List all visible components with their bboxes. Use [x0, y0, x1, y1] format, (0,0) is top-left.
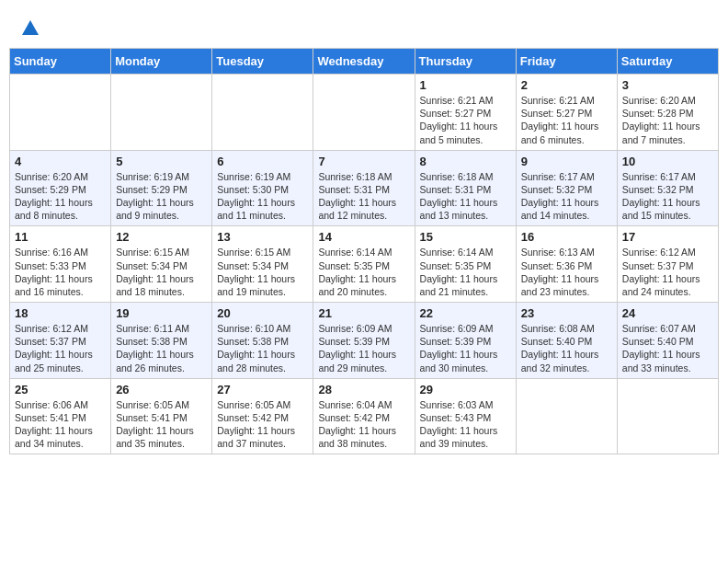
day-info: Sunrise: 6:20 AM Sunset: 5:29 PM Dayligh… — [15, 170, 106, 223]
day-info: Sunrise: 6:13 AM Sunset: 5:36 PM Dayligh… — [521, 246, 612, 298]
day-cell: 5Sunrise: 6:19 AM Sunset: 5:29 PM Daylig… — [111, 150, 212, 226]
day-number: 24 — [622, 306, 713, 320]
day-number: 19 — [116, 306, 207, 320]
day-cell: 2Sunrise: 6:21 AM Sunset: 5:27 PM Daylig… — [516, 75, 617, 151]
day-number: 22 — [420, 306, 511, 320]
day-info: Sunrise: 6:18 AM Sunset: 5:31 PM Dayligh… — [318, 170, 409, 223]
day-cell: 12Sunrise: 6:15 AM Sunset: 5:34 PM Dayli… — [111, 226, 212, 303]
day-cell: 25Sunrise: 6:06 AM Sunset: 5:41 PM Dayli… — [10, 378, 111, 454]
day-cell — [617, 378, 718, 454]
header — [9, 9, 719, 43]
day-cell: 28Sunrise: 6:04 AM Sunset: 5:42 PM Dayli… — [313, 378, 415, 454]
day-number: 23 — [521, 306, 612, 320]
day-info: Sunrise: 6:09 AM Sunset: 5:39 PM Dayligh… — [420, 322, 511, 374]
day-number: 3 — [622, 78, 713, 92]
day-info: Sunrise: 6:12 AM Sunset: 5:37 PM Dayligh… — [622, 246, 713, 298]
weekday-header-saturday: Saturday — [617, 49, 718, 75]
day-number: 8 — [420, 155, 511, 168]
day-cell: 27Sunrise: 6:05 AM Sunset: 5:42 PM Dayli… — [212, 378, 313, 454]
day-cell — [212, 75, 313, 151]
day-number: 29 — [420, 383, 511, 396]
day-cell: 8Sunrise: 6:18 AM Sunset: 5:31 PM Daylig… — [415, 150, 516, 226]
day-number: 6 — [217, 155, 308, 168]
day-info: Sunrise: 6:12 AM Sunset: 5:37 PM Dayligh… — [15, 322, 106, 374]
day-cell: 18Sunrise: 6:12 AM Sunset: 5:37 PM Dayli… — [10, 303, 111, 379]
weekday-header-monday: Monday — [111, 49, 212, 75]
weekday-header-sunday: Sunday — [10, 49, 111, 75]
day-info: Sunrise: 6:04 AM Sunset: 5:42 PM Dayligh… — [318, 398, 409, 451]
day-info: Sunrise: 6:17 AM Sunset: 5:32 PM Dayligh… — [521, 170, 612, 223]
day-cell — [516, 378, 617, 454]
day-cell: 17Sunrise: 6:12 AM Sunset: 5:37 PM Dayli… — [617, 226, 718, 303]
day-info: Sunrise: 6:17 AM Sunset: 5:32 PM Dayligh… — [622, 170, 713, 223]
day-number: 4 — [15, 155, 106, 168]
day-cell: 14Sunrise: 6:14 AM Sunset: 5:35 PM Dayli… — [313, 226, 415, 303]
day-info: Sunrise: 6:06 AM Sunset: 5:41 PM Dayligh… — [15, 398, 106, 451]
day-cell: 29Sunrise: 6:03 AM Sunset: 5:43 PM Dayli… — [415, 378, 516, 454]
week-row-4: 18Sunrise: 6:12 AM Sunset: 5:37 PM Dayli… — [10, 303, 719, 379]
calendar-table: SundayMondayTuesdayWednesdayThursdayFrid… — [9, 48, 719, 454]
day-cell: 23Sunrise: 6:08 AM Sunset: 5:40 PM Dayli… — [516, 303, 617, 379]
day-number: 20 — [217, 306, 308, 320]
day-cell: 20Sunrise: 6:10 AM Sunset: 5:38 PM Dayli… — [212, 303, 313, 379]
day-cell: 22Sunrise: 6:09 AM Sunset: 5:39 PM Dayli… — [415, 303, 516, 379]
day-number: 2 — [521, 78, 612, 92]
day-cell — [111, 75, 212, 151]
weekday-header-thursday: Thursday — [415, 49, 516, 75]
day-number: 14 — [318, 230, 409, 244]
day-number: 12 — [116, 230, 207, 244]
day-info: Sunrise: 6:21 AM Sunset: 5:27 PM Dayligh… — [420, 94, 511, 146]
day-info: Sunrise: 6:21 AM Sunset: 5:27 PM Dayligh… — [521, 94, 612, 146]
day-info: Sunrise: 6:19 AM Sunset: 5:29 PM Dayligh… — [116, 170, 207, 223]
day-cell: 3Sunrise: 6:20 AM Sunset: 5:28 PM Daylig… — [617, 75, 718, 151]
day-number: 27 — [217, 383, 308, 396]
day-cell — [10, 75, 111, 151]
day-info: Sunrise: 6:15 AM Sunset: 5:34 PM Dayligh… — [116, 246, 207, 298]
week-row-1: 1Sunrise: 6:21 AM Sunset: 5:27 PM Daylig… — [10, 75, 719, 151]
day-number: 25 — [15, 383, 106, 396]
day-info: Sunrise: 6:10 AM Sunset: 5:38 PM Dayligh… — [217, 322, 308, 374]
logo-icon — [20, 18, 40, 39]
week-row-2: 4Sunrise: 6:20 AM Sunset: 5:29 PM Daylig… — [10, 150, 719, 226]
day-info: Sunrise: 6:05 AM Sunset: 5:42 PM Dayligh… — [217, 398, 308, 451]
day-cell: 4Sunrise: 6:20 AM Sunset: 5:29 PM Daylig… — [10, 150, 111, 226]
day-cell: 7Sunrise: 6:18 AM Sunset: 5:31 PM Daylig… — [313, 150, 415, 226]
day-info: Sunrise: 6:05 AM Sunset: 5:41 PM Dayligh… — [116, 398, 207, 451]
day-cell: 26Sunrise: 6:05 AM Sunset: 5:41 PM Dayli… — [111, 378, 212, 454]
day-info: Sunrise: 6:11 AM Sunset: 5:38 PM Dayligh… — [116, 322, 207, 374]
day-number: 10 — [622, 155, 713, 168]
day-cell: 6Sunrise: 6:19 AM Sunset: 5:30 PM Daylig… — [212, 150, 313, 226]
day-number: 5 — [116, 155, 207, 168]
day-number: 28 — [318, 383, 409, 396]
day-number: 15 — [420, 230, 511, 244]
day-info: Sunrise: 6:14 AM Sunset: 5:35 PM Dayligh… — [318, 246, 409, 298]
logo — [18, 18, 40, 39]
day-info: Sunrise: 6:15 AM Sunset: 5:34 PM Dayligh… — [217, 246, 308, 298]
day-number: 17 — [622, 230, 713, 244]
day-number: 18 — [15, 306, 106, 320]
week-row-3: 11Sunrise: 6:16 AM Sunset: 5:33 PM Dayli… — [10, 226, 719, 303]
day-info: Sunrise: 6:03 AM Sunset: 5:43 PM Dayligh… — [420, 398, 511, 451]
day-cell: 11Sunrise: 6:16 AM Sunset: 5:33 PM Dayli… — [10, 226, 111, 303]
day-info: Sunrise: 6:07 AM Sunset: 5:40 PM Dayligh… — [622, 322, 713, 374]
day-cell: 19Sunrise: 6:11 AM Sunset: 5:38 PM Dayli… — [111, 303, 212, 379]
day-number: 11 — [15, 230, 106, 244]
day-cell: 16Sunrise: 6:13 AM Sunset: 5:36 PM Dayli… — [516, 226, 617, 303]
day-cell: 15Sunrise: 6:14 AM Sunset: 5:35 PM Dayli… — [415, 226, 516, 303]
day-number: 1 — [420, 78, 511, 92]
logo-text — [18, 18, 40, 39]
weekday-header-row: SundayMondayTuesdayWednesdayThursdayFrid… — [10, 49, 719, 75]
weekday-header-friday: Friday — [516, 49, 617, 75]
day-cell: 21Sunrise: 6:09 AM Sunset: 5:39 PM Dayli… — [313, 303, 415, 379]
day-info: Sunrise: 6:20 AM Sunset: 5:28 PM Dayligh… — [622, 94, 713, 146]
day-cell: 1Sunrise: 6:21 AM Sunset: 5:27 PM Daylig… — [415, 75, 516, 151]
week-row-5: 25Sunrise: 6:06 AM Sunset: 5:41 PM Dayli… — [10, 378, 719, 454]
day-info: Sunrise: 6:08 AM Sunset: 5:40 PM Dayligh… — [521, 322, 612, 374]
svg-marker-0 — [22, 20, 39, 35]
day-number: 7 — [318, 155, 409, 168]
day-cell: 24Sunrise: 6:07 AM Sunset: 5:40 PM Dayli… — [617, 303, 718, 379]
day-info: Sunrise: 6:16 AM Sunset: 5:33 PM Dayligh… — [15, 246, 106, 298]
weekday-header-wednesday: Wednesday — [313, 49, 415, 75]
day-cell — [313, 75, 415, 151]
day-cell: 10Sunrise: 6:17 AM Sunset: 5:32 PM Dayli… — [617, 150, 718, 226]
